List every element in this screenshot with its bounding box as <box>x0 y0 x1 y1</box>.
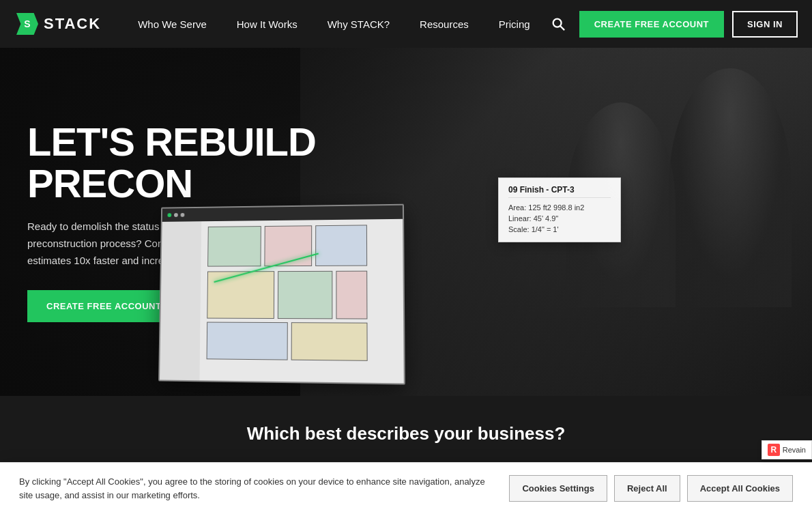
nav-pricing[interactable]: Pricing <box>484 0 545 48</box>
nav-who-we-serve[interactable]: Who We Serve <box>123 0 222 48</box>
svg-line-1 <box>560 26 564 30</box>
logo[interactable]: S STACK <box>16 13 101 35</box>
cookie-text: By clicking "Accept All Cookies", you ag… <box>19 475 493 502</box>
revain-label: Revain <box>783 446 806 454</box>
navigation: S STACK Who We Serve How It Works Why ST… <box>0 0 812 48</box>
info-card-title: 09 Finish - CPT-3 <box>508 185 611 198</box>
svg-point-0 <box>553 19 561 27</box>
revain-icon: R <box>768 444 780 456</box>
hero-section: 09 Finish - CPT-3 Area: 125 ft2 998.8 in… <box>0 48 812 396</box>
logo-text: STACK <box>44 15 101 33</box>
search-icon <box>551 16 566 31</box>
cookie-reject-button[interactable]: Reject All <box>614 475 680 502</box>
cookie-banner: By clicking "Accept All Cookies", you ag… <box>0 462 812 509</box>
info-card-linear: Linear: 45' 4.9" <box>508 213 611 224</box>
hero-cta-button[interactable]: CREATE FREE ACCOUNT <box>27 290 180 322</box>
revain-badge: R Revain <box>762 440 812 459</box>
info-card-scale: Scale: 1/4" = 1' <box>508 224 611 235</box>
nav-create-account-button[interactable]: CREATE FREE ACCOUNT <box>579 11 724 38</box>
nav-how-it-works[interactable]: How It Works <box>222 0 313 48</box>
hero-title: LET'S REBUILD PRECON <box>27 122 464 205</box>
nav-actions: CREATE FREE ACCOUNT SIGN IN <box>545 11 798 38</box>
hero-screen-mockup <box>158 204 405 385</box>
cookie-settings-button[interactable]: Cookies Settings <box>509 475 607 502</box>
cookie-actions: Cookies Settings Reject All Accept All C… <box>509 475 793 502</box>
nav-signin-button[interactable]: SIGN IN <box>732 11 798 38</box>
cookie-accept-button[interactable]: Accept All Cookies <box>687 475 793 502</box>
nav-why-stack[interactable]: Why STACK? <box>313 0 405 48</box>
search-button[interactable] <box>545 11 571 37</box>
business-section-title: Which best describes your business? <box>0 423 812 444</box>
info-card-area: Area: 125 ft2 998.8 in2 <box>508 202 611 213</box>
nav-links: Who We Serve How It Works Why STACK? Res… <box>123 0 545 48</box>
logo-icon: S <box>16 13 38 35</box>
hero-info-card: 09 Finish - CPT-3 Area: 125 ft2 998.8 in… <box>498 177 621 242</box>
nav-resources[interactable]: Resources <box>405 0 484 48</box>
